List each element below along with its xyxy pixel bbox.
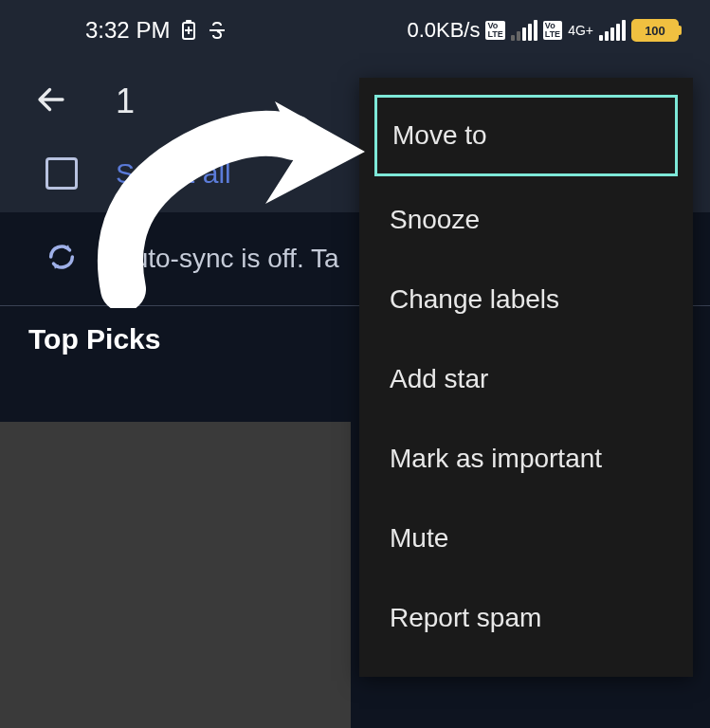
overflow-menu: Move to Snooze Change labels Add star Ma… [359,78,693,677]
status-time: 3:32 PM [85,17,170,44]
menu-item-change-labels[interactable]: Change labels [359,260,693,339]
menu-item-move-to[interactable]: Move to [374,95,678,176]
select-all-label: Select all [116,157,231,190]
status-bar: 3:32 PM 0.0KB/s VoLTE [0,0,710,53]
battery-saver-icon [179,20,198,41]
autosync-text: Auto-sync is off. Ta [116,244,339,274]
menu-item-report-spam[interactable]: Report spam [359,578,693,658]
selection-count: 1 [116,82,135,121]
sync-icon [46,241,78,277]
signal-bars-2 [599,20,626,41]
back-arrow-icon[interactable] [34,82,68,120]
menu-item-add-star[interactable]: Add star [359,339,693,419]
menu-item-mark-important[interactable]: Mark as important [359,419,693,499]
menu-item-snooze[interactable]: Snooze [359,180,693,260]
network-label: 4G+ [568,23,593,38]
data-rate: 0.0KB/s [407,18,480,43]
select-all-checkbox[interactable] [46,157,78,190]
volte-badge-1: VoLTE [485,21,504,40]
strikethrough-s-icon [208,20,227,41]
volte-badge-2: VoLTE [543,21,562,40]
menu-item-mute[interactable]: Mute [359,499,693,578]
signal-bars-1 [511,20,537,41]
battery-indicator: 100 [631,19,682,42]
cutoff-overlay [0,422,351,728]
svg-rect-1 [186,20,191,23]
